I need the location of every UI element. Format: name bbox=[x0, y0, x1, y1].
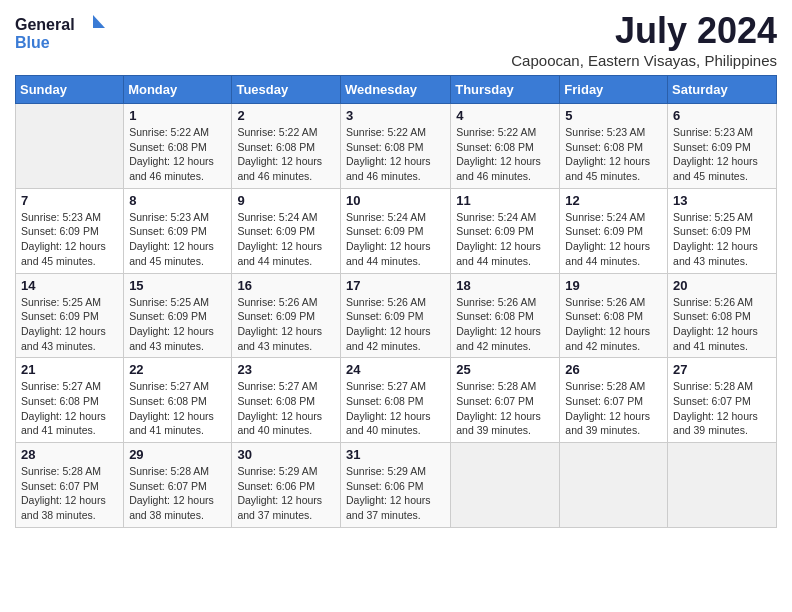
day-info: Sunrise: 5:28 AMSunset: 6:07 PMDaylight:… bbox=[673, 379, 771, 438]
day-number: 20 bbox=[673, 278, 771, 293]
day-number: 21 bbox=[21, 362, 118, 377]
day-number: 11 bbox=[456, 193, 554, 208]
day-number: 9 bbox=[237, 193, 335, 208]
day-number: 3 bbox=[346, 108, 445, 123]
day-info: Sunrise: 5:28 AMSunset: 6:07 PMDaylight:… bbox=[129, 464, 226, 523]
day-info: Sunrise: 5:26 AMSunset: 6:08 PMDaylight:… bbox=[673, 295, 771, 354]
day-number: 18 bbox=[456, 278, 554, 293]
calendar-cell: 28Sunrise: 5:28 AMSunset: 6:07 PMDayligh… bbox=[16, 443, 124, 528]
day-info: Sunrise: 5:24 AMSunset: 6:09 PMDaylight:… bbox=[237, 210, 335, 269]
day-info: Sunrise: 5:28 AMSunset: 6:07 PMDaylight:… bbox=[565, 379, 662, 438]
day-number: 14 bbox=[21, 278, 118, 293]
calendar-cell bbox=[16, 104, 124, 189]
day-info: Sunrise: 5:23 AMSunset: 6:09 PMDaylight:… bbox=[129, 210, 226, 269]
day-number: 15 bbox=[129, 278, 226, 293]
svg-marker-2 bbox=[93, 15, 105, 28]
day-info: Sunrise: 5:23 AMSunset: 6:09 PMDaylight:… bbox=[673, 125, 771, 184]
calendar-cell: 23Sunrise: 5:27 AMSunset: 6:08 PMDayligh… bbox=[232, 358, 341, 443]
calendar-cell: 15Sunrise: 5:25 AMSunset: 6:09 PMDayligh… bbox=[124, 273, 232, 358]
svg-text:General: General bbox=[15, 16, 75, 33]
calendar-body: 1Sunrise: 5:22 AMSunset: 6:08 PMDaylight… bbox=[16, 104, 777, 528]
week-row-4: 21Sunrise: 5:27 AMSunset: 6:08 PMDayligh… bbox=[16, 358, 777, 443]
day-number: 1 bbox=[129, 108, 226, 123]
day-number: 12 bbox=[565, 193, 662, 208]
calendar-header-row: SundayMondayTuesdayWednesdayThursdayFrid… bbox=[16, 76, 777, 104]
col-header-wednesday: Wednesday bbox=[340, 76, 450, 104]
day-info: Sunrise: 5:29 AMSunset: 6:06 PMDaylight:… bbox=[237, 464, 335, 523]
calendar-cell: 20Sunrise: 5:26 AMSunset: 6:08 PMDayligh… bbox=[668, 273, 777, 358]
day-info: Sunrise: 5:27 AMSunset: 6:08 PMDaylight:… bbox=[129, 379, 226, 438]
day-number: 16 bbox=[237, 278, 335, 293]
calendar-cell: 16Sunrise: 5:26 AMSunset: 6:09 PMDayligh… bbox=[232, 273, 341, 358]
day-number: 17 bbox=[346, 278, 445, 293]
day-info: Sunrise: 5:22 AMSunset: 6:08 PMDaylight:… bbox=[237, 125, 335, 184]
day-number: 4 bbox=[456, 108, 554, 123]
calendar-cell bbox=[668, 443, 777, 528]
calendar-cell: 19Sunrise: 5:26 AMSunset: 6:08 PMDayligh… bbox=[560, 273, 668, 358]
calendar-cell: 26Sunrise: 5:28 AMSunset: 6:07 PMDayligh… bbox=[560, 358, 668, 443]
day-info: Sunrise: 5:26 AMSunset: 6:08 PMDaylight:… bbox=[456, 295, 554, 354]
day-info: Sunrise: 5:23 AMSunset: 6:09 PMDaylight:… bbox=[21, 210, 118, 269]
week-row-3: 14Sunrise: 5:25 AMSunset: 6:09 PMDayligh… bbox=[16, 273, 777, 358]
calendar-cell: 9Sunrise: 5:24 AMSunset: 6:09 PMDaylight… bbox=[232, 188, 341, 273]
day-info: Sunrise: 5:22 AMSunset: 6:08 PMDaylight:… bbox=[346, 125, 445, 184]
day-info: Sunrise: 5:27 AMSunset: 6:08 PMDaylight:… bbox=[346, 379, 445, 438]
day-number: 28 bbox=[21, 447, 118, 462]
calendar-cell: 12Sunrise: 5:24 AMSunset: 6:09 PMDayligh… bbox=[560, 188, 668, 273]
week-row-5: 28Sunrise: 5:28 AMSunset: 6:07 PMDayligh… bbox=[16, 443, 777, 528]
day-number: 19 bbox=[565, 278, 662, 293]
day-number: 31 bbox=[346, 447, 445, 462]
day-info: Sunrise: 5:28 AMSunset: 6:07 PMDaylight:… bbox=[456, 379, 554, 438]
col-header-sunday: Sunday bbox=[16, 76, 124, 104]
calendar-cell: 27Sunrise: 5:28 AMSunset: 6:07 PMDayligh… bbox=[668, 358, 777, 443]
day-info: Sunrise: 5:24 AMSunset: 6:09 PMDaylight:… bbox=[565, 210, 662, 269]
calendar-cell: 8Sunrise: 5:23 AMSunset: 6:09 PMDaylight… bbox=[124, 188, 232, 273]
calendar-cell: 30Sunrise: 5:29 AMSunset: 6:06 PMDayligh… bbox=[232, 443, 341, 528]
day-info: Sunrise: 5:26 AMSunset: 6:09 PMDaylight:… bbox=[346, 295, 445, 354]
calendar-cell: 6Sunrise: 5:23 AMSunset: 6:09 PMDaylight… bbox=[668, 104, 777, 189]
col-header-friday: Friday bbox=[560, 76, 668, 104]
main-title: July 2024 bbox=[511, 10, 777, 52]
calendar-cell: 31Sunrise: 5:29 AMSunset: 6:06 PMDayligh… bbox=[340, 443, 450, 528]
day-info: Sunrise: 5:22 AMSunset: 6:08 PMDaylight:… bbox=[456, 125, 554, 184]
calendar-cell: 29Sunrise: 5:28 AMSunset: 6:07 PMDayligh… bbox=[124, 443, 232, 528]
day-number: 25 bbox=[456, 362, 554, 377]
day-info: Sunrise: 5:27 AMSunset: 6:08 PMDaylight:… bbox=[21, 379, 118, 438]
day-info: Sunrise: 5:24 AMSunset: 6:09 PMDaylight:… bbox=[346, 210, 445, 269]
calendar-cell: 1Sunrise: 5:22 AMSunset: 6:08 PMDaylight… bbox=[124, 104, 232, 189]
day-number: 7 bbox=[21, 193, 118, 208]
week-row-1: 1Sunrise: 5:22 AMSunset: 6:08 PMDaylight… bbox=[16, 104, 777, 189]
day-info: Sunrise: 5:27 AMSunset: 6:08 PMDaylight:… bbox=[237, 379, 335, 438]
logo: General Blue bbox=[15, 10, 105, 55]
day-number: 29 bbox=[129, 447, 226, 462]
calendar-cell: 14Sunrise: 5:25 AMSunset: 6:09 PMDayligh… bbox=[16, 273, 124, 358]
day-info: Sunrise: 5:25 AMSunset: 6:09 PMDaylight:… bbox=[129, 295, 226, 354]
day-info: Sunrise: 5:24 AMSunset: 6:09 PMDaylight:… bbox=[456, 210, 554, 269]
calendar-cell bbox=[560, 443, 668, 528]
calendar-cell: 2Sunrise: 5:22 AMSunset: 6:08 PMDaylight… bbox=[232, 104, 341, 189]
calendar-cell: 13Sunrise: 5:25 AMSunset: 6:09 PMDayligh… bbox=[668, 188, 777, 273]
day-number: 23 bbox=[237, 362, 335, 377]
day-info: Sunrise: 5:25 AMSunset: 6:09 PMDaylight:… bbox=[21, 295, 118, 354]
day-info: Sunrise: 5:25 AMSunset: 6:09 PMDaylight:… bbox=[673, 210, 771, 269]
calendar-cell: 5Sunrise: 5:23 AMSunset: 6:08 PMDaylight… bbox=[560, 104, 668, 189]
page-header: General Blue July 2024 Capoocan, Eastern… bbox=[15, 10, 777, 69]
week-row-2: 7Sunrise: 5:23 AMSunset: 6:09 PMDaylight… bbox=[16, 188, 777, 273]
calendar-table: SundayMondayTuesdayWednesdayThursdayFrid… bbox=[15, 75, 777, 528]
day-number: 10 bbox=[346, 193, 445, 208]
day-info: Sunrise: 5:26 AMSunset: 6:08 PMDaylight:… bbox=[565, 295, 662, 354]
calendar-cell: 17Sunrise: 5:26 AMSunset: 6:09 PMDayligh… bbox=[340, 273, 450, 358]
calendar-cell: 25Sunrise: 5:28 AMSunset: 6:07 PMDayligh… bbox=[451, 358, 560, 443]
calendar-cell: 24Sunrise: 5:27 AMSunset: 6:08 PMDayligh… bbox=[340, 358, 450, 443]
calendar-cell: 4Sunrise: 5:22 AMSunset: 6:08 PMDaylight… bbox=[451, 104, 560, 189]
day-number: 30 bbox=[237, 447, 335, 462]
col-header-saturday: Saturday bbox=[668, 76, 777, 104]
day-info: Sunrise: 5:28 AMSunset: 6:07 PMDaylight:… bbox=[21, 464, 118, 523]
day-number: 24 bbox=[346, 362, 445, 377]
calendar-cell: 10Sunrise: 5:24 AMSunset: 6:09 PMDayligh… bbox=[340, 188, 450, 273]
calendar-cell: 18Sunrise: 5:26 AMSunset: 6:08 PMDayligh… bbox=[451, 273, 560, 358]
day-number: 26 bbox=[565, 362, 662, 377]
calendar-cell bbox=[451, 443, 560, 528]
col-header-monday: Monday bbox=[124, 76, 232, 104]
col-header-tuesday: Tuesday bbox=[232, 76, 341, 104]
